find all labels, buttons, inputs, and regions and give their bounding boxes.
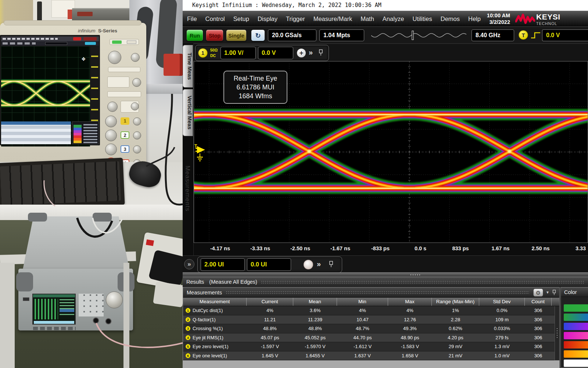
- menu-help[interactable]: Help: [468, 15, 481, 22]
- x-axis-label: -2.50 ns: [290, 245, 310, 251]
- clock-time: 10:00 AM: [487, 12, 510, 19]
- annotation-line2: 6.61786 MUI: [226, 83, 284, 92]
- x-axis-label: 0.0 s: [415, 245, 426, 251]
- measurement-name: Q-factor(1): [193, 315, 216, 324]
- menu-file[interactable]: File: [187, 15, 197, 22]
- trigger-indicator[interactable]: T: [519, 30, 528, 40]
- horizontal-scale-box[interactable]: 2.00 UI: [201, 258, 245, 271]
- menu-utilities[interactable]: Utilities: [413, 15, 432, 22]
- measurement-range: 21 mV: [432, 351, 479, 360]
- timebase-position-widget[interactable]: [371, 31, 467, 40]
- measurement-current: 45.07 ps: [247, 333, 293, 342]
- measurement-range: 4.20 ps: [432, 333, 479, 342]
- measurement-std: 1.0 mV: [479, 351, 525, 360]
- channel1-coupling-label: 50Ω DC: [210, 47, 218, 59]
- memory-depth-box[interactable]: 1.04 Mpts: [319, 29, 364, 41]
- x-axis-label: -4.17 ns: [210, 245, 230, 251]
- scrollbar-handle[interactable]: [556, 328, 558, 339]
- menu-analyze[interactable]: Analyze: [383, 15, 404, 22]
- horizontal-pin-icon[interactable]: [329, 261, 334, 268]
- table-header-row: MeasurementCurrentMeanMinMaxRange (Max-M…: [183, 298, 559, 306]
- measurement-max: 4%: [388, 306, 432, 315]
- x-axis-label: -833 ps: [371, 245, 390, 251]
- measurement-number-badge: 4: [186, 335, 190, 340]
- chevron-down-icon[interactable]: ▼: [546, 290, 549, 294]
- photo-cables: [0, 0, 183, 368]
- channel1-controls-group: 1 50Ω DC 1.00 V/ 0.0 V + »: [195, 45, 329, 61]
- table-scrollbar[interactable]: [555, 306, 559, 360]
- measurement-number-badge: 2: [186, 317, 190, 322]
- add-channel-button[interactable]: +: [297, 49, 306, 57]
- left-tab-strip: Time Meas Vertical Meas Measurements: [183, 43, 194, 272]
- channel-pin-icon[interactable]: [318, 49, 323, 56]
- channel-expand-chevrons[interactable]: »: [309, 48, 313, 57]
- window-title-bar: Keysight Infiniium : Wednesday, March 2,…: [183, 0, 588, 11]
- measurement-number-badge: 1: [186, 308, 190, 313]
- menu-setup[interactable]: Setup: [233, 15, 249, 22]
- color-grade-swatch: [564, 304, 588, 312]
- measurement-min: 1.637 V: [337, 351, 388, 360]
- measurement-mean: 48.8%: [293, 324, 337, 333]
- measurement-mean: 11.239: [293, 315, 337, 324]
- horizontal-expand-chevrons[interactable]: »: [317, 260, 321, 268]
- gear-icon[interactable]: ⚙: [533, 289, 543, 297]
- tab-vertical-meas[interactable]: Vertical Meas: [183, 89, 193, 136]
- trigger-slope-icon[interactable]: [530, 31, 541, 40]
- measurement-number-badge: 6: [186, 353, 190, 358]
- run-button[interactable]: Run: [186, 29, 203, 41]
- infiniium-app-window: Keysight Infiniium : Wednesday, March 2,…: [183, 0, 588, 368]
- measurements-pin-icon[interactable]: [552, 289, 556, 296]
- menu-trigger[interactable]: Trigger: [286, 15, 305, 22]
- color-grade-swatch: [564, 360, 588, 367]
- annotation-line3: 1684 Wfms: [226, 92, 284, 100]
- x-axis-label: 3.33: [576, 245, 586, 251]
- results-title: Results: [186, 279, 204, 285]
- table-row[interactable]: 3Crossing %(1)48.8%48.8%48.7%49.3%0.62%0…: [183, 324, 555, 333]
- measurement-mean: -1.5970 V: [293, 342, 337, 351]
- measurement-name: Eye zero level(1): [193, 342, 229, 351]
- bandwidth-box[interactable]: 8.40 GHz: [472, 29, 514, 41]
- panel-splitter[interactable]: [183, 272, 588, 277]
- horizontal-controls-group: 2.00 UI 0.0 UI »: [197, 256, 342, 273]
- table-row[interactable]: 5Eye zero level(1)-1.597 V-1.5970 V-1.61…: [183, 342, 555, 351]
- x-axis-label: -3.33 ns: [250, 245, 270, 251]
- waveform-display: Real-Time Eye 6.61786 MUI 1684 Wfms T: [194, 61, 588, 243]
- screenshot-root: { "title_bar": { "text": "Keysight Infin…: [0, 0, 588, 368]
- autoscale-button[interactable]: ↻: [251, 29, 265, 41]
- table-row[interactable]: 2Q-factor(1)11.2111.23910.4712.762.28109…: [183, 315, 555, 325]
- table-row[interactable]: 6Eye one level(1)1.645 V1.6455 V1.637 V1…: [183, 351, 555, 361]
- channel1-scale-box[interactable]: 1.00 V/: [220, 47, 256, 59]
- tab-time-meas[interactable]: Time Meas: [183, 45, 193, 88]
- horizontal-bar: » 2.00 UI 0.0 UI »: [183, 255, 588, 272]
- column-header: Range (Max-Min): [432, 298, 479, 306]
- measurement-std: 0.033%: [479, 324, 525, 333]
- horizontal-knob-icon[interactable]: [304, 260, 313, 269]
- column-header: Current: [247, 298, 293, 306]
- measurement-count: 306: [525, 324, 552, 333]
- color-grade-swatch: [564, 314, 588, 321]
- menu-control[interactable]: Control: [205, 15, 225, 22]
- single-button[interactable]: Single: [226, 29, 247, 41]
- channel1-badge[interactable]: 1: [198, 48, 208, 58]
- sample-rate-box[interactable]: 20.0 GSa/s: [268, 29, 316, 41]
- measurement-range: 1%: [432, 306, 479, 315]
- expand-panel-button[interactable]: »: [184, 259, 194, 269]
- trigger-level-marker[interactable]: T: [194, 142, 207, 164]
- trigger-level-box[interactable]: 0.0 V: [542, 29, 588, 41]
- stop-button[interactable]: Stop: [206, 29, 223, 41]
- horizontal-position-box[interactable]: 0.0 UI: [247, 258, 291, 271]
- table-row[interactable]: 1DutCyc dist(1)4%3.6%4%4%1%0.0%306: [183, 306, 555, 315]
- menu-math[interactable]: Math: [361, 15, 374, 22]
- x-axis-label: 1.67 ns: [491, 245, 509, 251]
- table-row[interactable]: 4Eye jit RMS(1)45.07 ps45.052 ps44.70 ps…: [183, 333, 555, 343]
- menu-display[interactable]: Display: [258, 15, 277, 22]
- splitter-handle[interactable]: [410, 274, 420, 276]
- menu-demos[interactable]: Demos: [441, 15, 460, 22]
- channel-bar: 1 50Ω DC 1.00 V/ 0.0 V + »: [183, 43, 588, 61]
- table-body: 1DutCyc dist(1)4%3.6%4%4%1%0.0%3062Q-fac…: [183, 306, 555, 360]
- color-grade-swatch: [564, 341, 588, 348]
- channel1-offset-box[interactable]: 0.0 V: [258, 47, 293, 59]
- window-title: Keysight Infiniium : Wednesday, March 2,…: [192, 2, 381, 8]
- menu-measure-mark[interactable]: Measure/Mark: [313, 15, 352, 22]
- lab-photo: infiniium S-Series ✥: [0, 0, 183, 368]
